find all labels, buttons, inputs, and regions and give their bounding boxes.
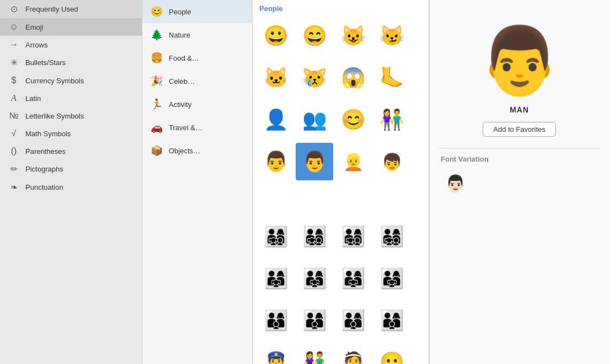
- activity-cat-icon: 🏃: [150, 98, 163, 110]
- emoji-cell[interactable]: 😼: [373, 17, 410, 55]
- nature-cat-icon: 🌲: [150, 29, 163, 41]
- emoji-cell[interactable]: 👨‍👩‍👧‍👦: [257, 218, 295, 255]
- sidebar-item-label: Currency Symbols: [25, 77, 84, 85]
- sidebar-item-label: Latin: [25, 94, 41, 103]
- sidebar-item-label: Bullets/Stars: [25, 58, 66, 67]
- emoji-cell[interactable]: 👨‍👩‍👦: [373, 302, 410, 339]
- sidebar-item-latin[interactable]: A Latin: [0, 89, 142, 107]
- sidebar-item-punctuation[interactable]: ❧ Punctuation: [0, 178, 142, 196]
- category-panel: 😊 People 🌲 Nature 🍔 Food &… 🎉 Celeb… 🏃 A…: [142, 0, 253, 364]
- category-label: Food &…: [169, 54, 199, 62]
- emoji-cell[interactable]: 😊: [334, 101, 372, 138]
- detail-emoji-large: 👨: [478, 22, 561, 100]
- sidebar-item-frequently-used[interactable]: ⊙ Frequently Used: [0, 0, 142, 18]
- sidebar-item-label: Frequently Used: [25, 5, 78, 13]
- pictographs-icon: ✏: [8, 164, 20, 174]
- emoji-grid-panel: People 😀 😄 😺 😼 🐱 😿 😱 🦶 👤 👥 😊 👫 👨 👨 👱 👦 👨…: [253, 0, 429, 364]
- category-label: Celeb…: [169, 77, 195, 85]
- sidebar-item-pictographs[interactable]: ✏ Pictographs: [0, 160, 142, 178]
- sidebar-item-letterlike[interactable]: № Letterlike Symbols: [0, 107, 142, 125]
- celeb-cat-icon: 🎉: [150, 75, 163, 87]
- category-objects[interactable]: 📦 Objects…: [142, 139, 252, 162]
- category-label: Activity: [169, 100, 191, 109]
- left-sidebar: ⊙ Frequently Used ☺ Emoji → Arrows ✳ Bul…: [0, 0, 142, 364]
- category-label: Travel &…: [169, 124, 202, 132]
- emoji-cell[interactable]: 👫: [373, 101, 410, 138]
- emoji-cell[interactable]: 👰: [334, 344, 372, 364]
- emoji-cell[interactable]: 🦶: [373, 59, 410, 97]
- emoji-cell[interactable]: 😿: [296, 59, 333, 97]
- emoji-cell[interactable]: 👨‍👩‍👦: [296, 302, 333, 339]
- emoji-cell[interactable]: 🐱: [257, 59, 295, 97]
- category-nature[interactable]: 🌲 Nature: [142, 23, 252, 46]
- emoji-row-6: 👨‍👩‍👧 👨‍👩‍👧 👨‍👩‍👧 👨‍👩‍👧: [253, 258, 429, 299]
- category-travel[interactable]: 🚗 Travel &…: [142, 116, 252, 139]
- sidebar-item-label: Arrows: [25, 41, 47, 49]
- emoji-cell[interactable]: 👨‍👩‍👦: [257, 302, 295, 339]
- latin-icon: A: [8, 93, 20, 103]
- emoji-row-4: 👨 👨 👱 👦: [253, 141, 429, 183]
- emoji-cell[interactable]: 👮: [257, 344, 295, 364]
- sidebar-item-label: Pictographs: [25, 165, 63, 173]
- category-celebration[interactable]: 🎉 Celeb…: [142, 69, 252, 93]
- sidebar-item-emoji[interactable]: ☺ Emoji: [0, 18, 142, 36]
- bullets-stars-icon: ✳: [8, 57, 20, 68]
- sidebar-item-currency-symbols[interactable]: $ Currency Symbols: [0, 72, 142, 89]
- emoji-cell[interactable]: 👥: [296, 101, 333, 138]
- category-label: Nature: [169, 31, 190, 39]
- emoji-row-3: 👤 👥 😊 👫: [253, 99, 429, 141]
- emoji-cell[interactable]: 👨‍👩‍👧: [334, 260, 372, 297]
- font-variation-title: Font Variation: [439, 155, 600, 163]
- sidebar-item-label: Punctuation: [25, 183, 63, 191]
- sidebar-item-label: Parentheses: [25, 147, 66, 156]
- emoji-grid-header: People: [253, 0, 429, 15]
- add-to-favorites-button[interactable]: Add to Favorites: [483, 122, 556, 137]
- font-variation-section: Font Variation 👨🏻: [439, 148, 600, 197]
- category-label: Objects…: [169, 147, 200, 155]
- punctuation-icon: ❧: [8, 182, 20, 192]
- font-variation-grid: 👨🏻: [439, 169, 600, 197]
- emoji-cell[interactable]: 👨‍👩‍👦: [334, 302, 372, 339]
- category-label: People: [169, 8, 191, 16]
- detail-emoji-name: MAN: [510, 105, 529, 114]
- arrows-icon: →: [8, 40, 20, 50]
- emoji-cell[interactable]: 😶: [373, 344, 410, 364]
- emoji-cell[interactable]: 👨‍👩‍👧‍👦: [373, 218, 410, 255]
- sidebar-item-label: Letterlike Symbols: [25, 112, 84, 120]
- emoji-cell[interactable]: 👨‍👩‍👧: [373, 260, 410, 297]
- emoji-cell[interactable]: 👨: [257, 143, 295, 180]
- category-activity[interactable]: 🏃 Activity: [142, 93, 252, 116]
- emoji-cell[interactable]: 👨‍👩‍👧: [296, 260, 333, 297]
- emoji-cell[interactable]: 👤: [257, 101, 295, 138]
- emoji-cell[interactable]: 👨‍👩‍👧: [257, 260, 295, 297]
- sidebar-item-label: Math Symbols: [25, 130, 71, 138]
- sidebar-item-label: Emoji: [25, 23, 44, 31]
- sidebar-item-math[interactable]: √ Math Symbols: [0, 125, 142, 142]
- emoji-cell[interactable]: 👫: [296, 344, 333, 364]
- emoji-cell[interactable]: 👦: [373, 143, 410, 180]
- emoji-row-2: 🐱 😿 😱 🦶: [253, 57, 429, 99]
- emoji-cell[interactable]: 😱: [334, 59, 372, 97]
- emoji-cell-selected[interactable]: 👨: [296, 143, 333, 180]
- sidebar-item-parentheses[interactable]: () Parentheses: [0, 142, 142, 160]
- travel-cat-icon: 🚗: [150, 121, 163, 133]
- emoji-cell[interactable]: 😀: [257, 17, 295, 55]
- detail-panel: 👨 MAN Add to Favorites Font Variation 👨🏻: [429, 0, 609, 364]
- sidebar-item-bullets-stars[interactable]: ✳ Bullets/Stars: [0, 53, 142, 72]
- frequently-used-icon: ⊙: [8, 4, 20, 14]
- category-food[interactable]: 🍔 Food &…: [142, 46, 252, 69]
- emoji-row-8: 👮 👫 👰 😶: [253, 341, 429, 364]
- category-people[interactable]: 😊 People: [142, 0, 252, 23]
- font-variation-item[interactable]: 👨🏻: [441, 169, 469, 197]
- emoji-cell[interactable]: 👱: [334, 143, 372, 180]
- food-cat-icon: 🍔: [150, 52, 163, 64]
- emoji-cell[interactable]: 👨‍👩‍👧‍👦: [296, 218, 333, 255]
- emoji-cell[interactable]: 😺: [334, 17, 372, 55]
- emoji-cell[interactable]: 😄: [296, 17, 333, 55]
- emoji-cell[interactable]: 👨‍👩‍👧‍👦: [334, 218, 372, 255]
- emoji-row-5: 👨‍👩‍👧‍👦 👨‍👩‍👧‍👦 👨‍👩‍👧‍👦 👨‍👩‍👧‍👦: [253, 216, 429, 258]
- math-icon: √: [8, 129, 20, 138]
- currency-icon: $: [8, 76, 20, 85]
- sidebar-item-arrows[interactable]: → Arrows: [0, 36, 142, 53]
- emoji-row-1: 😀 😄 😺 😼: [253, 15, 429, 57]
